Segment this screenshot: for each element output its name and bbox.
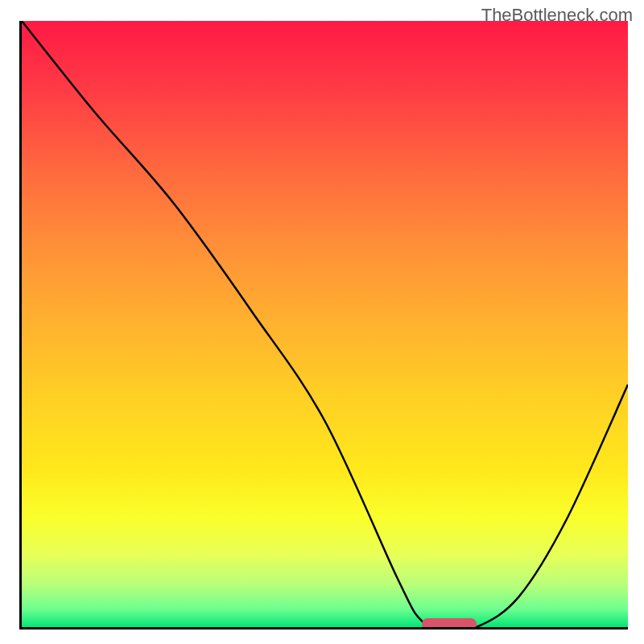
bottleneck-curve-path [22, 21, 628, 627]
optimal-range-marker [422, 618, 477, 630]
chart-plot-area [19, 21, 628, 630]
chart-curve [22, 21, 628, 627]
watermark-text: TheBottleneck.com [481, 5, 633, 26]
